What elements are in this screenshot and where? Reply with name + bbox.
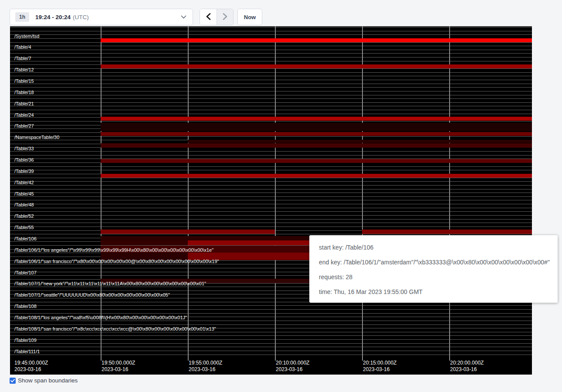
row-label: /Table/24 [14, 112, 34, 118]
row-label: /Table/108 [14, 304, 37, 309]
time-range-select[interactable]: 1h 19:24 - 20:24 (UTC) [10, 9, 193, 25]
row-label: /Table/7 [14, 56, 31, 61]
heat-band[interactable] [101, 143, 532, 148]
row-label: /Table/27 [14, 123, 34, 129]
heat-band[interactable] [362, 230, 532, 234]
time-gridline [275, 26, 276, 361]
time-gridline [188, 26, 189, 361]
x-tick-time: 20:15:00.000Z [363, 360, 396, 366]
row-label: /Table/111/1 [14, 349, 40, 355]
row-label: /Table/45 [14, 191, 34, 197]
row-label: /System/tsd [14, 34, 39, 39]
heat-band[interactable] [101, 123, 532, 131]
x-tick-date: 2023-03-16 [363, 366, 396, 373]
x-tick-time: 20:20:00.000Z [450, 360, 484, 366]
row-label: /Table/107 [14, 270, 37, 276]
row-label: /Table/52 [14, 213, 34, 219]
row-label: /Table/106/1/"san francisco"/"\x80\x00\x… [14, 259, 219, 264]
x-tick-time: 19:45:00.000Z [14, 360, 48, 366]
heat-band[interactable] [101, 159, 532, 163]
tooltip-end-key: end key: /Table/106/1/"amsterdam"/"\xb33… [319, 255, 550, 270]
x-axis-tick: 20:20:00.000Z2023-03-16 [450, 360, 484, 373]
row-label: /Table/18 [14, 90, 34, 95]
time-nav-group [200, 9, 234, 25]
tooltip-requests: requests: 28 [319, 270, 550, 284]
x-tick-date: 2023-03-16 [450, 366, 484, 373]
row-label: /Table/107/1/"seattle"/"UUUUUUD\x00\x80\… [14, 292, 170, 298]
heat-band[interactable] [101, 132, 532, 136]
range-label: 19:24 - 20:24 [35, 14, 71, 20]
row-label: /Table/108/1/"san francisco"/"\x8c\xcc\x… [14, 326, 216, 332]
x-tick-date: 2023-03-16 [189, 366, 222, 373]
row-label: /Table/108/1/"los angeles"/"\xa8\xf5\u00… [14, 315, 187, 321]
chevron-down-icon [181, 15, 186, 19]
heat-band[interactable] [101, 174, 532, 178]
heat-band[interactable] [101, 64, 532, 68]
heat-band[interactable] [101, 230, 275, 234]
row-label: /Table/55 [14, 225, 34, 230]
show-span-boundaries-checkbox[interactable]: Show span boundaries [10, 377, 78, 384]
x-axis-tick: 20:15:00.000Z2023-03-16 [363, 360, 396, 373]
time-gridline [101, 26, 102, 361]
next-range-button[interactable] [217, 9, 233, 25]
heat-band[interactable] [188, 140, 532, 143]
row-label: /Table/48 [14, 202, 34, 208]
chevron-right-icon [223, 13, 227, 21]
prev-range-button[interactable] [200, 9, 217, 25]
hover-tooltip: start key: /Table/106 end key: /Table/10… [309, 235, 558, 303]
row-label: /Table/39 [14, 169, 34, 174]
row-label: /Table/36 [14, 157, 34, 163]
row-label: /Table/21 [14, 101, 34, 107]
heat-band[interactable] [101, 240, 188, 245]
row-label: /Table/106/1/"los angeles"/"\x99\x99\x99… [14, 247, 213, 253]
x-tick-time: 19:50:00.000Z [102, 360, 135, 366]
tooltip-start-key: start key: /Table/106 [319, 240, 550, 255]
range-duration-badge: 1h [15, 12, 29, 22]
key-visualizer-chart[interactable]: /System/tsd/Table/4/Table/7/Table/12/Tab… [10, 26, 532, 375]
chevron-left-icon [206, 13, 211, 21]
row-label: /Table/106 [14, 236, 37, 242]
x-tick-time: 19:55:00.000Z [189, 360, 222, 366]
row-label: /NamespaceTable/30 [14, 135, 59, 140]
heat-band[interactable] [101, 117, 532, 121]
x-axis-tick: 19:45:00.000Z2023-03-16 [14, 360, 48, 373]
checkbox-checked-icon [10, 378, 16, 384]
checkbox-label: Show span boundaries [18, 377, 78, 384]
span-boundary-lines [10, 26, 532, 358]
now-button[interactable]: Now [237, 9, 262, 25]
x-tick-time: 20:10:00.000Z [276, 360, 309, 366]
row-label: /Table/107/1/"new york"/"\x11\x11\x11\x1… [14, 281, 206, 287]
x-tick-date: 2023-03-16 [276, 366, 309, 373]
row-label: /Table/33 [14, 146, 34, 152]
time-gridline [362, 26, 363, 361]
x-tick-date: 2023-03-16 [14, 366, 48, 373]
x-axis-tick: 19:50:00.000Z2023-03-16 [102, 360, 135, 373]
row-label: /Table/15 [14, 78, 34, 84]
row-label: /Table/42 [14, 180, 34, 186]
time-gridline [449, 26, 450, 361]
row-label: /Table/109 [14, 338, 37, 343]
range-timezone-suffix: (UTC) [73, 14, 89, 20]
x-axis-tick: 19:55:00.000Z2023-03-16 [189, 360, 222, 373]
tooltip-time: time: Thu, 16 Mar 2023 19:55:00 GMT [319, 284, 550, 299]
row-label: /Table/12 [14, 67, 34, 73]
x-axis-tick: 20:10:00.000Z2023-03-16 [276, 360, 309, 373]
row-label: /Table/4 [14, 44, 31, 50]
x-tick-date: 2023-03-16 [102, 366, 135, 373]
heat-band[interactable] [101, 38, 532, 42]
